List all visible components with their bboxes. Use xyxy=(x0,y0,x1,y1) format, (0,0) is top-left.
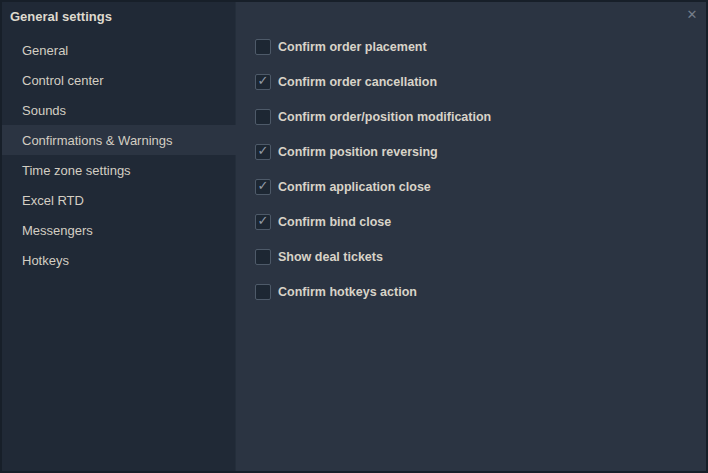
checkbox[interactable]: ✓ xyxy=(255,109,271,125)
checkmark-icon: ✓ xyxy=(258,74,269,87)
checkbox[interactable]: ✓ xyxy=(255,284,271,300)
general-settings-dialog: General settings General Control center … xyxy=(0,0,708,473)
checkbox-label: Confirm order placement xyxy=(278,40,427,54)
check-row-confirm-order-placement[interactable]: ✓ Confirm order placement xyxy=(255,29,706,64)
checkbox-label: Confirm order cancellation xyxy=(278,75,437,89)
check-row-confirm-position-reversing[interactable]: ✓ Confirm position reversing xyxy=(255,134,706,169)
checkmark-icon: ✓ xyxy=(258,179,269,192)
checkbox-label: Confirm bind close xyxy=(278,215,391,229)
sidebar-menu: General Control center Sounds Confirmati… xyxy=(2,35,235,275)
sidebar-item-excel-rtd[interactable]: Excel RTD xyxy=(2,185,235,215)
sidebar-item-sounds[interactable]: Sounds xyxy=(2,95,235,125)
sidebar-item-time-zone-settings[interactable]: Time zone settings xyxy=(2,155,235,185)
checkbox[interactable]: ✓ xyxy=(255,249,271,265)
checkbox-label: Show deal tickets xyxy=(278,250,383,264)
sidebar-item-hotkeys[interactable]: Hotkeys xyxy=(2,245,235,275)
dialog-title: General settings xyxy=(2,2,235,24)
check-row-confirm-hotkeys-action[interactable]: ✓ Confirm hotkeys action xyxy=(255,274,706,309)
checkbox[interactable]: ✓ xyxy=(255,179,271,195)
sidebar-item-label: Messengers xyxy=(22,223,93,238)
check-row-confirm-order-position-modification[interactable]: ✓ Confirm order/position modification xyxy=(255,99,706,134)
sidebar-item-messengers[interactable]: Messengers xyxy=(2,215,235,245)
checkmark-icon: ✓ xyxy=(258,214,269,227)
sidebar-item-label: Hotkeys xyxy=(22,253,69,268)
check-row-confirm-application-close[interactable]: ✓ Confirm application close xyxy=(255,169,706,204)
checkbox-label: Confirm order/position modification xyxy=(278,110,491,124)
sidebar-item-label: Control center xyxy=(22,73,104,88)
close-button[interactable]: ✕ xyxy=(683,6,701,24)
settings-panel: ✕ ✓ Confirm order placement ✓ Confirm or… xyxy=(236,2,706,471)
checkbox[interactable]: ✓ xyxy=(255,39,271,55)
check-row-show-deal-tickets[interactable]: ✓ Show deal tickets xyxy=(255,239,706,274)
close-icon: ✕ xyxy=(687,7,698,22)
sidebar-item-confirmations-warnings[interactable]: Confirmations & Warnings xyxy=(2,125,236,155)
checkbox[interactable]: ✓ xyxy=(255,144,271,160)
checkbox-label: Confirm hotkeys action xyxy=(278,285,417,299)
sidebar-item-label: Time zone settings xyxy=(22,163,131,178)
checkmark-icon: ✓ xyxy=(258,144,269,157)
check-row-confirm-bind-close[interactable]: ✓ Confirm bind close xyxy=(255,204,706,239)
sidebar-item-label: Confirmations & Warnings xyxy=(22,133,173,148)
checkbox-label: Confirm position reversing xyxy=(278,145,438,159)
checkbox[interactable]: ✓ xyxy=(255,74,271,90)
sidebar: General settings General Control center … xyxy=(2,2,236,471)
checkbox-list: ✓ Confirm order placement ✓ Confirm orde… xyxy=(255,29,706,309)
sidebar-item-label: Sounds xyxy=(22,103,66,118)
sidebar-item-label: Excel RTD xyxy=(22,193,84,208)
checkbox-label: Confirm application close xyxy=(278,180,431,194)
sidebar-item-label: General xyxy=(22,43,68,58)
sidebar-item-general[interactable]: General xyxy=(2,35,235,65)
sidebar-item-control-center[interactable]: Control center xyxy=(2,65,235,95)
checkbox[interactable]: ✓ xyxy=(255,214,271,230)
check-row-confirm-order-cancellation[interactable]: ✓ Confirm order cancellation xyxy=(255,64,706,99)
